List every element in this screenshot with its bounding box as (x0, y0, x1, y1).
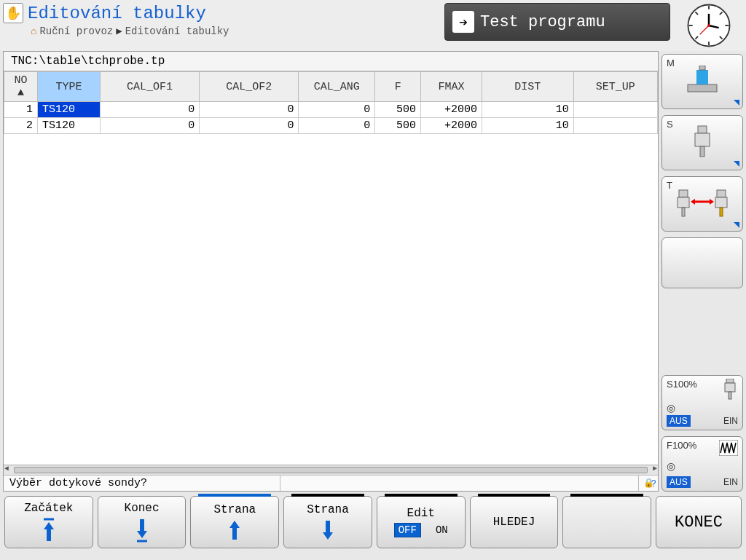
cell-type[interactable]: TS120 (38, 118, 101, 134)
softkey-edit-toggle[interactable]: Edit OFF ON (377, 496, 466, 548)
s-ein[interactable]: EIN (723, 416, 738, 426)
arrow-right-icon: ➔ (452, 11, 474, 33)
col-no[interactable]: NO ▲ (4, 72, 38, 102)
spindle-icon (688, 125, 717, 161)
side-m-button[interactable]: M (661, 54, 743, 109)
cell-calof1[interactable]: 0 (101, 102, 200, 118)
cell-calof2[interactable]: 0 (200, 102, 299, 118)
file-path: TNC:\table\tchprobe.tp (4, 52, 658, 71)
help-icon[interactable]: ? (651, 479, 656, 489)
prompt-text: Výběr dotykové sondy? (4, 476, 280, 491)
svg-marker-36 (229, 521, 240, 540)
cell-setup[interactable] (573, 118, 657, 134)
cell-f[interactable]: 500 (375, 118, 421, 134)
softkey-konec[interactable]: KONEC (656, 496, 742, 548)
cell-f[interactable]: 500 (375, 102, 421, 118)
edit-off[interactable]: OFF (394, 523, 421, 537)
col-calang[interactable]: CAL_ANG (299, 72, 375, 102)
cell-dist[interactable]: 10 (482, 102, 573, 118)
f-ein[interactable]: EIN (723, 477, 738, 487)
feed-wave-icon (719, 440, 738, 456)
col-calof2[interactable]: CAL_OF2 (200, 72, 299, 102)
cell-calang[interactable]: 0 (299, 118, 375, 134)
side-column: M S T (661, 51, 746, 492)
side-f-override[interactable]: F100% ◎ AUS EIN (661, 436, 743, 492)
content-column: TNC:\table\tchprobe.tp NO ▲ TYPE CAL_OF1… (3, 51, 659, 492)
softkey-pagedown-label: Strana (307, 503, 349, 516)
arrow-up-stop-icon (42, 518, 55, 543)
svg-marker-27 (710, 199, 714, 205)
cell-setup[interactable] (573, 102, 657, 118)
softkey-row: Začátek Konec Strana Strana Edit OFF ON (0, 492, 746, 553)
spindle-small-icon (722, 379, 738, 401)
table-row[interactable]: 2 TS120 0 0 0 500 +2000 10 (4, 118, 658, 134)
f-aus[interactable]: AUS (667, 476, 691, 488)
table-area[interactable]: NO ▲ TYPE CAL_OF1 CAL_OF2 CAL_ANG F FMAX… (4, 71, 658, 465)
cell-calof2[interactable]: 0 (200, 118, 299, 134)
softkey-search-label: HLEDEJ (493, 516, 535, 529)
col-setup[interactable]: SET_UP (573, 72, 657, 102)
cell-type[interactable]: TS120 (38, 102, 101, 118)
softkey-end[interactable]: Konec (98, 496, 186, 548)
side-s-override[interactable]: S100% ◎ AUS EIN (661, 375, 743, 430)
side-s-label: S (667, 119, 673, 130)
softkey-konec-label: KONEC (675, 513, 723, 532)
cell-fmax[interactable]: +2000 (421, 102, 482, 118)
breadcrumb-root[interactable]: Ruční provoz (39, 25, 113, 37)
svg-rect-20 (678, 197, 689, 208)
cell-calang[interactable]: 0 (299, 102, 375, 118)
col-type[interactable]: TYPE (38, 72, 101, 102)
side-t-label: T (667, 180, 672, 191)
softkey-search[interactable]: HLEDEJ (470, 496, 559, 548)
prompt-input[interactable] (280, 476, 639, 491)
hand-icon[interactable]: ✋ (3, 3, 23, 23)
mode-title: Editování tabulky (28, 4, 206, 23)
svg-marker-26 (691, 199, 695, 205)
svg-rect-23 (715, 197, 727, 208)
col-calof1[interactable]: CAL_OF1 (101, 72, 200, 102)
s-override-label: S100% (667, 379, 697, 390)
side-s-button[interactable]: S (661, 115, 743, 170)
svg-rect-29 (725, 383, 735, 392)
s-aus[interactable]: AUS (667, 415, 691, 427)
svg-rect-13 (688, 84, 717, 92)
side-t-button[interactable]: T (661, 176, 743, 232)
cell-no[interactable]: 2 (4, 118, 38, 134)
col-dist[interactable]: DIST (482, 72, 573, 102)
prompt-bar: Výběr dotykové sondy? 🔒 (4, 475, 658, 491)
arrow-down-icon (321, 519, 334, 541)
breadcrumb-current: Editování tabulky (125, 25, 229, 37)
tool-swap-icon (673, 186, 731, 222)
svg-marker-34 (137, 519, 147, 538)
col-f[interactable]: F (375, 72, 421, 102)
softkey-empty[interactable] (562, 496, 651, 548)
softkey-begin[interactable]: Začátek (4, 496, 93, 548)
cell-fmax[interactable]: +2000 (421, 118, 482, 134)
softkey-edit-label: Edit (407, 507, 435, 520)
cell-no[interactable]: 1 (4, 102, 38, 118)
side-empty-button[interactable] (661, 237, 743, 288)
svg-marker-37 (323, 521, 333, 540)
softkey-page-down[interactable]: Strana (283, 496, 372, 548)
softkey-page-up[interactable]: Strana (190, 496, 279, 548)
mode-header: ✋ Editování tabulky (3, 3, 444, 23)
breadcrumb: ⌂ Ruční provoz ▶ Editování tabulky (3, 25, 444, 37)
svg-rect-16 (698, 126, 707, 133)
horizontal-scrollbar[interactable]: ► (4, 465, 658, 475)
svg-rect-21 (682, 208, 685, 216)
test-program-tab[interactable]: ➔ Test programu (444, 3, 670, 41)
cell-calof1[interactable]: 0 (101, 118, 200, 134)
table-header-row: NO ▲ TYPE CAL_OF1 CAL_OF2 CAL_ANG F FMAX… (4, 72, 658, 102)
svg-rect-19 (679, 190, 688, 197)
svg-marker-33 (44, 522, 54, 541)
col-fmax[interactable]: FMAX (421, 72, 482, 102)
top-bar: ✋ Editování tabulky ⌂ Ruční provoz ▶ Edi… (0, 0, 746, 51)
home-icon[interactable]: ⌂ (31, 25, 36, 37)
arrow-down-stop-icon (136, 518, 149, 543)
svg-rect-28 (726, 379, 734, 383)
expand-icon (734, 161, 739, 167)
edit-on[interactable]: ON (436, 524, 448, 536)
probe-table[interactable]: NO ▲ TYPE CAL_OF1 CAL_OF2 CAL_ANG F FMAX… (4, 71, 658, 134)
cell-dist[interactable]: 10 (482, 118, 573, 134)
table-row[interactable]: 1 TS120 0 0 0 500 +2000 10 (4, 102, 658, 118)
